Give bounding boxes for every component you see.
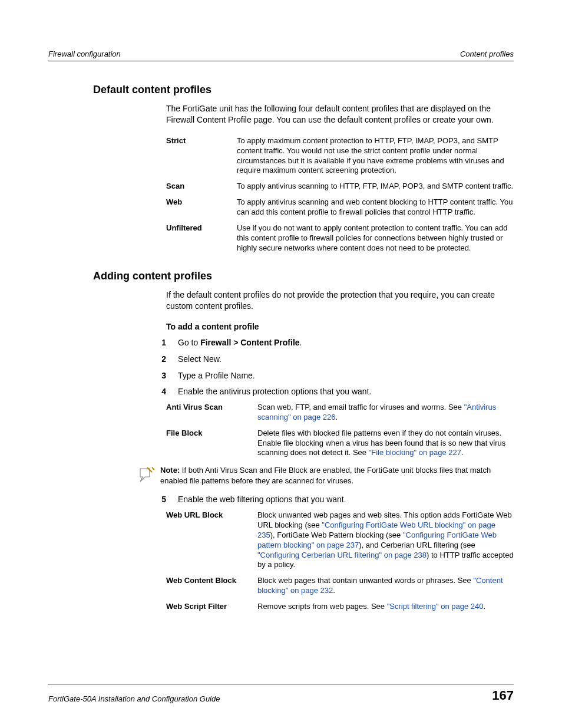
- default-profiles-table: Strict To apply maximum content protecti…: [166, 136, 514, 253]
- header-left: Firewall configuration: [48, 50, 121, 58]
- table-row: Anti Virus Scan Scan web, FTP, and email…: [166, 403, 514, 423]
- note-block: Note: If both Anti Virus Scan and File B…: [137, 465, 514, 486]
- footer-title: FortiGate-50A Installation and Configura…: [48, 694, 220, 703]
- intro-paragraph: If the default content profiles do not p…: [166, 289, 514, 312]
- cross-reference-link[interactable]: "Script filtering" on page 240: [387, 602, 484, 611]
- option-desc: Remove scripts from web pages. See "Scri…: [257, 602, 514, 612]
- step-1: 1 Go to Firewall > Content Profile.: [143, 337, 514, 349]
- profile-desc: To apply antivirus scanning and web cont…: [237, 197, 514, 218]
- cross-reference-link[interactable]: "Configuring Cerberian URL filtering" on…: [257, 551, 427, 559]
- table-row: Unfiltered Use if you do not want to app…: [166, 223, 514, 253]
- procedure-heading: To add a content profile: [166, 322, 514, 331]
- option-desc: Delete files with blocked file patterns …: [257, 429, 514, 459]
- web-filter-options-table: Web URL Block Block unwanted web pages a…: [166, 510, 514, 612]
- page-number: 167: [492, 688, 514, 703]
- step-3: 3 Type a Profile Name.: [143, 370, 514, 382]
- procedure-steps-continued: 5 Enable the web filtering options that …: [143, 494, 514, 506]
- option-desc: Block web pages that contain unwanted wo…: [257, 576, 514, 596]
- step-text: Enable the web filtering options that yo…: [178, 494, 514, 506]
- profile-term-unfiltered: Unfiltered: [166, 223, 237, 253]
- profile-term-web: Web: [166, 197, 237, 218]
- step-number: 3: [143, 370, 178, 382]
- option-term: File Block: [166, 429, 257, 459]
- profile-desc: Use if you do not want to apply content …: [237, 223, 514, 253]
- table-row: Scan To apply antivirus scanning to HTTP…: [166, 182, 514, 192]
- table-row: File Block Delete files with blocked fil…: [166, 429, 514, 459]
- cross-reference-link[interactable]: "File blocking" on page 227: [369, 448, 461, 457]
- step-4: 4 Enable the antivirus protection option…: [143, 386, 514, 398]
- step-2: 2 Select New.: [143, 354, 514, 365]
- step-number: 2: [143, 354, 178, 365]
- step-text: Enable the antivirus protection options …: [178, 386, 514, 398]
- profile-desc: To apply antivirus scanning to HTTP, FTP…: [237, 182, 514, 192]
- profile-desc: To apply maximum content protection to H…: [237, 136, 514, 176]
- header-right: Content profiles: [460, 50, 514, 58]
- option-desc: Block unwanted web pages and web sites. …: [257, 510, 514, 570]
- profile-term-scan: Scan: [166, 182, 237, 192]
- option-term: Web Content Block: [166, 576, 257, 596]
- table-row: Web Content Block Block web pages that c…: [166, 576, 514, 596]
- step-number: 4: [143, 386, 178, 398]
- option-desc: Scan web, FTP, and email traffic for vir…: [257, 403, 514, 423]
- option-term: Web Script Filter: [166, 602, 257, 612]
- profile-term-strict: Strict: [166, 136, 237, 176]
- section-title-adding-profiles: Adding content profiles: [93, 270, 514, 282]
- option-term: Anti Virus Scan: [166, 403, 257, 423]
- table-row: Web Script Filter Remove scripts from we…: [166, 602, 514, 612]
- table-row: Web URL Block Block unwanted web pages a…: [166, 510, 514, 570]
- step-number: 5: [143, 494, 178, 506]
- note-text: Note: If both Anti Virus Scan and File B…: [160, 465, 514, 486]
- intro-paragraph: The FortiGate unit has the following fou…: [166, 103, 514, 126]
- step-5: 5 Enable the web filtering options that …: [143, 494, 514, 506]
- document-page: Firewall configuration Content profiles …: [0, 0, 562, 728]
- table-row: Web To apply antivirus scanning and web …: [166, 197, 514, 218]
- step-text: Type a Profile Name.: [178, 370, 514, 382]
- running-header: Firewall configuration Content profiles: [48, 50, 514, 61]
- option-term: Web URL Block: [166, 510, 257, 570]
- step-text: Go to Firewall > Content Profile.: [178, 337, 514, 349]
- page-footer: FortiGate-50A Installation and Configura…: [48, 684, 514, 703]
- section-title-default-profiles: Default content profiles: [93, 84, 514, 96]
- step-number: 1: [143, 337, 178, 349]
- step-text: Select New.: [178, 354, 514, 365]
- note-icon: [137, 465, 160, 486]
- antivirus-options-table: Anti Virus Scan Scan web, FTP, and email…: [166, 403, 514, 458]
- table-row: Strict To apply maximum content protecti…: [166, 136, 514, 176]
- procedure-steps: 1 Go to Firewall > Content Profile. 2 Se…: [143, 337, 514, 397]
